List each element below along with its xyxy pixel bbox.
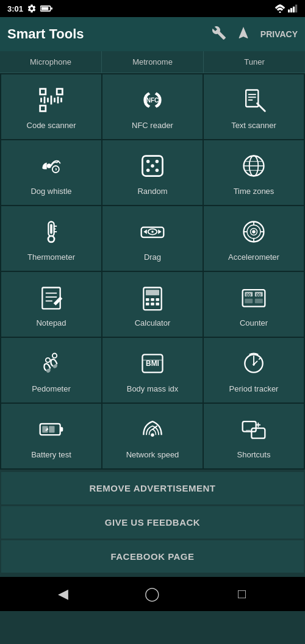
scroll-hint-metronome: Metronome [102,51,204,73]
signal-icon [288,4,298,13]
svg-point-46 [151,231,154,233]
svg-rect-63 [156,298,160,301]
text-scanner-label: Text scanner [231,121,276,131]
feedback-button[interactable]: GIVE US FEEDBACK [1,506,304,538]
svg-rect-5 [290,8,292,12]
battery-test-label: Battery test [31,450,71,460]
grid-item-accelerometer[interactable]: Accelerometer [204,206,304,271]
svg-rect-71 [255,299,263,303]
svg-rect-1 [41,7,49,10]
status-left: 3:01 [7,4,52,13]
svg-text:00: 00 [246,292,251,298]
grid-item-counter[interactable]: 00 00 Counter [204,272,304,337]
thermometer-icon [35,216,67,248]
bottom-section: REMOVE ADVERTISEMENT GIVE US FEEDBACK FA… [0,470,305,577]
svg-rect-61 [146,298,149,301]
accelerometer-label: Accelerometer [228,252,279,262]
wifi-icon [274,4,285,13]
drag-label: Drag [144,252,161,262]
svg-point-29 [146,169,150,173]
svg-rect-8 [40,89,46,95]
counter-icon: 00 00 [238,282,270,313]
random-label: Random [137,187,167,196]
svg-rect-70 [245,299,253,303]
svg-rect-38 [50,224,52,234]
scroll-hint-row: Microphone Metronome Tuner [0,51,305,73]
grid-item-dog-whistle[interactable]: Dog whistle [1,140,101,205]
grid-item-thermometer[interactable]: Thermometer [1,206,101,271]
grid-item-shortcuts[interactable]: Shortcuts [204,404,304,468]
svg-rect-66 [156,302,160,306]
grid-item-network-speed[interactable]: Network speed [102,404,203,468]
svg-rect-9 [57,89,62,95]
grid-item-period-tracker[interactable]: Period tracker [204,338,304,402]
shortcuts-label: Shortcuts [237,450,271,460]
shortcuts-icon [238,413,270,445]
grid-item-pedometer[interactable]: Pedometer [1,338,101,402]
svg-rect-6 [293,7,295,13]
calculator-icon [137,282,168,313]
notepad-label: Notepad [36,318,66,328]
recents-button[interactable]: □ [230,582,254,606]
pedometer-label: Pedometer [32,384,71,394]
text-scanner-icon [238,84,270,116]
home-button[interactable]: ◯ [140,582,165,606]
svg-point-3 [279,12,281,13]
back-button[interactable]: ◀ [51,582,75,606]
grid-item-calculator[interactable]: Calculator [102,272,203,337]
wrench-icon[interactable] [212,26,226,43]
grid-item-text-scanner[interactable]: Text scanner [204,74,304,139]
svg-point-74 [46,358,50,362]
drag-icon [137,216,168,248]
facebook-button[interactable]: FACEBOOK PAGE [1,540,304,573]
counter-label: Counter [240,318,268,328]
grid-item-random[interactable]: Random [102,140,203,205]
network-speed-icon [137,413,168,445]
grid-item-bmi[interactable]: BMI Body mass idx [102,338,203,402]
svg-rect-10 [40,106,46,111]
svg-rect-4 [288,10,290,13]
svg-point-75 [52,354,57,358]
tools-grid: Code scanner NFC NFC reader Text scanner [0,73,305,470]
svg-rect-19 [246,90,258,107]
battery-test-icon [35,413,67,445]
thermometer-label: Thermometer [27,252,75,262]
time: 3:01 [7,4,23,13]
bmi-label: Body mass idx [127,384,179,394]
network-speed-label: Network speed [126,450,179,460]
code-scanner-label: Code scanner [27,121,76,131]
status-bar: 3:01 [0,0,305,17]
header: Smart Tools PRIVACY [0,17,305,51]
dog-whistle-icon [35,150,67,182]
svg-rect-64 [146,302,149,306]
scroll-hint-tuner: Tuner [204,51,305,73]
svg-point-25 [52,166,59,173]
remove-advertisement-button[interactable]: REMOVE ADVERTISEMENT [1,472,304,504]
svg-point-27 [146,160,150,163]
time-zones-label: Time zones [234,187,274,196]
nfc-reader-label: NFC reader [132,121,173,131]
svg-rect-84 [49,426,54,433]
navigation-icon[interactable] [236,26,251,43]
notepad-icon [35,282,67,313]
svg-point-80 [253,363,255,366]
svg-rect-90 [251,428,265,438]
svg-rect-7 [295,5,297,13]
svg-rect-62 [151,298,154,301]
svg-point-24 [47,164,51,168]
grid-item-battery-test[interactable]: Battery test [1,404,101,468]
privacy-button[interactable]: PRIVACY [260,29,298,39]
svg-rect-60 [146,290,159,295]
grid-item-code-scanner[interactable]: Code scanner [1,74,101,139]
time-zones-icon [238,150,270,182]
svg-rect-55 [42,288,60,309]
grid-item-time-zones[interactable]: Time zones [204,140,304,205]
battery-status-icon [40,4,52,13]
grid-item-drag[interactable]: Drag [102,206,203,271]
dog-whistle-label: Dog whistle [30,187,71,196]
svg-point-54 [252,230,256,234]
svg-text:NFC: NFC [146,97,159,104]
svg-point-31 [151,164,154,168]
grid-item-nfc-reader[interactable]: NFC NFC reader [102,74,203,139]
grid-item-notepad[interactable]: Notepad [1,272,101,337]
